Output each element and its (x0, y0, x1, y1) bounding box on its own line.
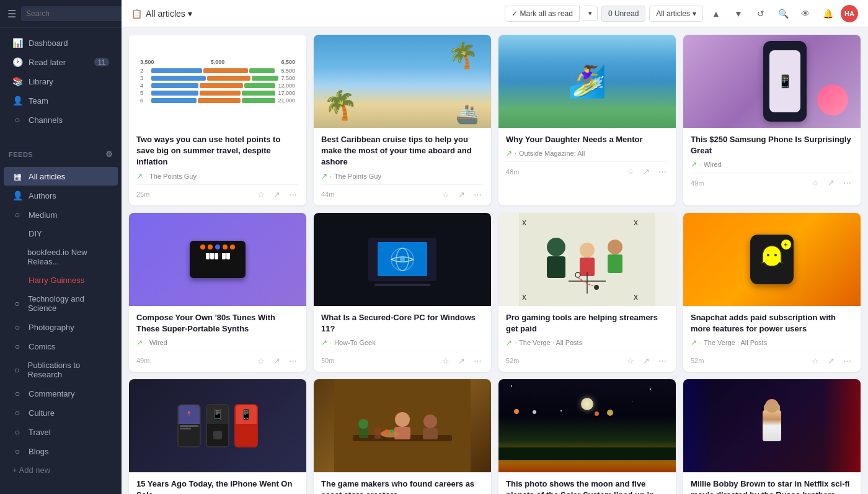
sidebar-item-blogs[interactable]: ○ Blogs (4, 442, 118, 460)
star-icon[interactable]: ☆ (810, 177, 821, 189)
sidebar-item-culture[interactable]: ○ Culture (4, 403, 118, 422)
article-card[interactable]: 🏄‍♀️ Why Your Daughter Needs a Mentor ↗ … (498, 35, 676, 205)
articles-filter-dropdown[interactable]: All articles ▾ (649, 6, 703, 22)
article-body: Why Your Daughter Needs a Mentor ↗ · Out… (498, 128, 676, 182)
trend-icon: ↗ (506, 338, 512, 347)
article-card[interactable]: 🌴 🚢 Best Caribbean cruise tips to help y… (314, 35, 491, 205)
share-icon[interactable]: ↗ (456, 189, 467, 200)
sidebar-item-comics[interactable]: ○ Comics (4, 337, 118, 356)
feeds-nav: ▦ All articles 👤 Authors ○ Medium DIY bo… (0, 161, 122, 485)
more-icon[interactable]: ⋯ (287, 355, 299, 367)
share-icon[interactable]: ↗ (641, 355, 652, 367)
article-source: ↗ · Wired (136, 338, 299, 347)
article-body: Pro gaming tools are helping streamers g… (498, 306, 676, 372)
article-image: 🏄‍♀️ (498, 35, 676, 128)
sidebar-item-channels[interactable]: ○ Channels (4, 110, 118, 129)
sidebar-item-label: Commentary (29, 389, 74, 398)
sidebar-item-photography[interactable]: ○ Photography (4, 318, 118, 336)
article-card[interactable]: + Snapchat adds paid subscription with m… (683, 213, 861, 372)
sidebar-item-read-later[interactable]: 🕐 Read later 11 (4, 53, 118, 71)
sidebar-item-all-articles[interactable]: ▦ All articles (4, 167, 118, 186)
more-icon[interactable]: ⋯ (472, 189, 484, 200)
share-icon[interactable]: ↗ (826, 177, 836, 189)
search-button[interactable]: 🔍 (774, 4, 792, 23)
mark-all-read-button[interactable]: ✓ Mark all as read (505, 6, 580, 22)
article-card[interactable]: 📱 This $250 Samsung Phone Is Surprisingl… (683, 35, 861, 205)
star-icon[interactable]: ☆ (440, 355, 451, 367)
more-icon[interactable]: ⋯ (287, 189, 299, 200)
article-title: Snapchat adds paid subscription with mor… (691, 312, 853, 335)
bell-button[interactable]: 🔔 (818, 4, 837, 23)
sidebar-item-commentary[interactable]: ○ Commentary (4, 384, 118, 403)
sidebar-item-harry-guinness[interactable]: Harry Guinness (4, 271, 118, 289)
article-title: 15 Years Ago Today, the iPhone Went On S… (136, 478, 299, 494)
svg-point-8 (547, 238, 565, 256)
sidebar-item-travel[interactable]: ○ Travel (4, 423, 118, 441)
star-icon[interactable]: ☆ (255, 189, 267, 200)
sidebar-item-team[interactable]: 👤 Team (4, 91, 118, 110)
article-card[interactable]: 3,5005,0006,500 25,500 37,500 412,000 51… (129, 35, 306, 205)
feed-title-icon: 📋 (131, 9, 142, 19)
articles-filter-label: All articles (656, 9, 690, 18)
sidebar-item-publications[interactable]: ○ Publications to Research (4, 356, 118, 384)
unread-count-badge: 0 Unread (601, 6, 645, 22)
sidebar-item-library[interactable]: 📚 Library (4, 72, 118, 91)
more-icon[interactable]: ⋯ (841, 177, 853, 189)
sidebar-item-label: Travel (29, 428, 51, 437)
trend-icon: ↗ (691, 338, 697, 347)
refresh-button[interactable]: ↺ (751, 4, 770, 23)
share-icon[interactable]: ↗ (826, 355, 836, 367)
source-name: The Points Guy (334, 173, 381, 180)
svg-text:x: x (522, 292, 526, 302)
source-name: How-To Geek (334, 339, 376, 346)
sidebar-item-diy[interactable]: DIY (4, 225, 118, 243)
article-card[interactable]: Millie Bobby Brown to star in Netflix sc… (683, 379, 861, 494)
sidebar-item-label: DIY (29, 229, 42, 238)
share-icon[interactable]: ↗ (641, 166, 652, 177)
gear-icon[interactable]: ⚙ (105, 150, 113, 159)
article-card[interactable]: x x x x (498, 213, 676, 372)
star-icon[interactable]: ☆ (625, 355, 636, 367)
down-arrow-button[interactable]: ▼ (729, 4, 748, 23)
user-avatar[interactable]: HA (841, 5, 858, 22)
sidebar-item-technology[interactable]: ○ Technology and Science (4, 290, 118, 317)
star-icon[interactable]: ☆ (810, 355, 821, 367)
share-icon[interactable]: ↗ (456, 355, 467, 367)
share-icon[interactable]: ↗ (272, 189, 282, 200)
sidebar-item-medium[interactable]: ○ Medium (4, 205, 118, 224)
star-icon[interactable]: ☆ (440, 189, 451, 200)
article-card[interactable]: Compose Your Own '80s Tunes With These S… (129, 213, 306, 372)
search-input[interactable] (21, 6, 122, 21)
sidebar-item-bookfeed[interactable]: bookfeed.io New Releas... (4, 243, 118, 271)
team-icon: 👤 (12, 96, 22, 106)
article-card[interactable]: What Is a Secured-Core PC for Windows 11… (314, 213, 491, 372)
add-new-feed-button[interactable]: + Add new (4, 461, 118, 479)
svg-point-23 (358, 419, 368, 429)
view-button[interactable]: 👁 (796, 4, 815, 23)
sidebar-item-label: Blogs (29, 447, 49, 456)
sidebar-item-authors[interactable]: 👤 Authors (4, 186, 118, 205)
more-icon[interactable]: ⋯ (657, 166, 668, 177)
hamburger-icon[interactable]: ☰ (7, 8, 16, 20)
feed-title[interactable]: All articles ▾ (146, 9, 192, 19)
article-card[interactable]: The game makers who found careers as ass… (314, 379, 491, 494)
article-time: 52m (691, 357, 805, 364)
mark-read-dropdown-button[interactable]: ▾ (583, 6, 598, 21)
article-card[interactable]: This photo shows the moon and five plane… (498, 379, 676, 494)
source-name: Outside Magazine: All (519, 150, 585, 157)
article-time: 25m (136, 191, 250, 198)
sidebar-item-dashboard[interactable]: 📊 Dashboard (4, 34, 118, 52)
article-source: ↗ · The Points Guy (321, 172, 484, 181)
share-icon[interactable]: ↗ (272, 355, 282, 367)
star-icon[interactable]: ☆ (255, 355, 267, 367)
article-image: + (683, 213, 861, 306)
article-title: Compose Your Own '80s Tunes With These S… (136, 312, 299, 335)
article-body: 15 Years Ago Today, the iPhone Went On S… (129, 472, 306, 494)
up-arrow-button[interactable]: ▲ (707, 4, 725, 23)
more-icon[interactable]: ⋯ (841, 355, 853, 367)
star-icon[interactable]: ☆ (625, 166, 636, 177)
more-icon[interactable]: ⋯ (657, 355, 668, 367)
article-card[interactable]: 📍 📱 📱 (129, 379, 306, 494)
read-later-badge: 11 (94, 58, 109, 66)
more-icon[interactable]: ⋯ (472, 355, 484, 367)
